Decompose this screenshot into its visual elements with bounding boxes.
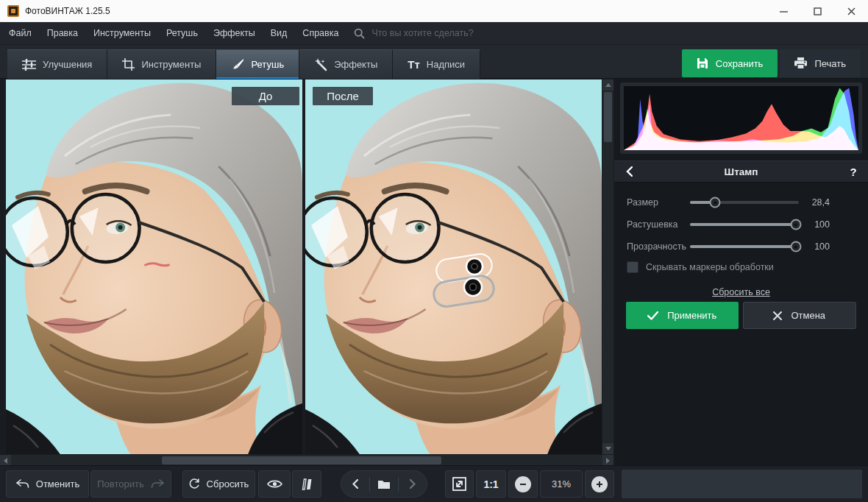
zoom-level[interactable]: 31% — [540, 470, 583, 498]
tab-label: Инструменты — [141, 59, 201, 70]
before-pane: До — [6, 79, 302, 454]
app-window: ФотоВИНТАЖ 1.25.5 Файл Правка Инструмент… — [0, 0, 868, 502]
prev-file-button[interactable] — [341, 471, 369, 497]
slider-label: Растушевка — [614, 219, 690, 230]
image-workspace: До После — [0, 79, 614, 465]
save-button[interactable]: Сохранить — [682, 49, 778, 77]
scroll-right-arrow[interactable] — [602, 455, 613, 466]
slider-thumb[interactable] — [710, 197, 721, 208]
print-button[interactable]: Печать — [780, 49, 861, 77]
check-icon — [647, 311, 658, 320]
menu-effects[interactable]: Эффекты — [213, 28, 255, 38]
back-chevron-icon[interactable] — [614, 166, 644, 177]
window-title: ФотоВИНТАЖ 1.25.5 — [25, 6, 110, 16]
checkbox[interactable] — [627, 261, 638, 273]
cancel-button[interactable]: Отмена — [743, 302, 857, 329]
redo-label: Повторить — [97, 478, 143, 489]
vertical-scrollbar[interactable] — [602, 79, 613, 454]
reset-button[interactable]: Сбросить — [182, 470, 255, 498]
menu-bar: Файл Правка Инструменты Ретушь Эффекты В… — [0, 22, 868, 45]
preview-original-button[interactable] — [258, 470, 291, 498]
open-folder-button[interactable] — [370, 471, 398, 497]
slider-thumb[interactable] — [790, 241, 801, 252]
text-icon: Tт — [408, 58, 420, 71]
eye-icon — [267, 479, 282, 489]
vertical-scroll-thumb[interactable] — [604, 92, 612, 142]
brush-icon — [231, 58, 244, 71]
before-badge: До — [232, 87, 299, 105]
histogram-panel — [620, 82, 862, 154]
tab-label: Эффекты — [334, 59, 377, 70]
search-icon — [354, 28, 365, 39]
tab-label: Надписи — [427, 59, 465, 70]
slider-thumb[interactable] — [790, 219, 801, 230]
menu-help[interactable]: Справка — [302, 28, 338, 38]
close-button[interactable] — [834, 0, 868, 22]
menu-edit[interactable]: Правка — [47, 28, 78, 38]
search-input[interactable] — [371, 28, 754, 38]
menu-view[interactable]: Вид — [271, 28, 288, 38]
tab-captions[interactable]: Tт Надписи — [393, 49, 480, 79]
sliders-icon — [22, 59, 36, 71]
tool-panel-header: Штамп ? — [614, 160, 868, 183]
slider-label: Прозрачность — [614, 241, 690, 252]
clone-stamp-markers[interactable] — [423, 247, 511, 314]
redo-icon — [151, 479, 165, 489]
reset-all-link[interactable]: Сбросить все — [712, 287, 770, 297]
fit-screen-button[interactable] — [445, 470, 474, 498]
redo-button[interactable]: Повторить — [90, 470, 171, 498]
size-slider-row: Размер 28,4 — [614, 195, 868, 210]
ratio-label: 1:1 — [483, 478, 498, 490]
save-icon — [697, 57, 708, 69]
help-icon[interactable]: ? — [839, 166, 868, 178]
slider-label: Размер — [614, 197, 690, 208]
cancel-label: Отмена — [791, 310, 825, 321]
fit-screen-icon — [452, 477, 466, 491]
tab-retouch[interactable]: Ретушь — [216, 49, 299, 79]
after-badge: После — [313, 87, 373, 105]
next-file-button[interactable] — [399, 471, 427, 497]
tab-bar: Улучшения Инструменты Ретушь — [0, 45, 868, 79]
scroll-up-arrow[interactable] — [602, 79, 613, 91]
menu-retouch[interactable]: Ретушь — [166, 28, 198, 38]
reset-label: Сбросить — [207, 478, 249, 489]
maximize-button[interactable] — [800, 0, 834, 22]
tool-panel: Штамп ? Размер 28,4 Растушевка 100 Прозр… — [614, 79, 868, 465]
menu-tools[interactable]: Инструменты — [93, 28, 151, 38]
compare-view-button[interactable] — [292, 470, 321, 498]
apply-label: Применить — [667, 310, 716, 321]
folder-icon — [377, 479, 391, 489]
opacity-slider-row: Прозрачность 100 — [614, 239, 868, 254]
apply-button[interactable]: Применить — [626, 302, 739, 329]
magic-wand-icon — [314, 58, 327, 71]
zoom-in-button[interactable] — [585, 470, 614, 498]
size-slider[interactable] — [690, 201, 799, 204]
slider-value: 100 — [799, 241, 868, 252]
checkbox-label: Скрывать маркеры обработки — [646, 262, 774, 272]
feather-slider[interactable] — [690, 223, 799, 226]
scroll-left-arrow[interactable] — [0, 455, 11, 466]
opacity-slider[interactable] — [690, 245, 799, 248]
hide-markers-checkbox-row[interactable]: Скрывать маркеры обработки — [627, 261, 774, 273]
split-compare-icon — [302, 478, 313, 490]
tab-effects[interactable]: Эффекты — [299, 49, 393, 79]
tool-title: Штамп — [644, 166, 839, 177]
menu-file[interactable]: Файл — [9, 28, 32, 38]
tab-tools[interactable]: Инструменты — [107, 49, 216, 79]
before-photo — [6, 79, 302, 454]
zoom-out-button[interactable] — [508, 470, 538, 498]
zoom-value: 31% — [552, 478, 571, 489]
save-label: Сохранить — [716, 58, 764, 69]
bottom-toolbar: Отменить Повторить Сбросить — [0, 465, 868, 502]
tab-enhancements[interactable]: Улучшения — [7, 49, 107, 79]
crop-icon — [122, 58, 135, 71]
status-strip — [622, 470, 862, 498]
actual-size-button[interactable]: 1:1 — [476, 470, 506, 498]
scroll-down-arrow[interactable] — [602, 443, 613, 454]
plus-icon — [591, 476, 608, 492]
undo-button[interactable]: Отменить — [6, 470, 89, 498]
horizontal-scroll-thumb[interactable] — [162, 456, 441, 464]
horizontal-scrollbar[interactable] — [0, 455, 613, 466]
minimize-button[interactable] — [766, 0, 800, 22]
printer-icon — [794, 57, 807, 69]
